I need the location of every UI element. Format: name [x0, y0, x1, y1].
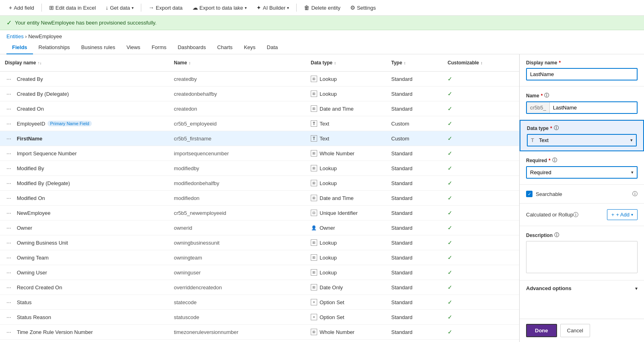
cell-data-type: ⊞ Lookup — [306, 176, 386, 190]
row-more-button[interactable]: ··· — [5, 313, 13, 321]
col-name[interactable]: Name ↕ — [169, 58, 306, 68]
table-row[interactable]: ··· Time Zone Rule Version Number timezo… — [0, 325, 519, 340]
cell-customizable: ✓ — [443, 116, 499, 131]
get-data-button[interactable]: ↓ Get data ▾ — [101, 2, 138, 13]
export-data-button[interactable]: → Export data — [144, 2, 187, 13]
table-row[interactable]: ··· Owning Business Unit owningbusinessu… — [0, 235, 519, 250]
ai-builder-button[interactable]: ✦ AI Builder ▾ — [252, 2, 293, 13]
row-more-button[interactable]: ··· — [5, 90, 13, 98]
row-more-button[interactable]: ··· — [5, 75, 13, 83]
cell-type: Standard — [386, 310, 443, 324]
row-more-button[interactable]: ··· — [5, 328, 13, 336]
data-type-chevron-icon: ▾ — [627, 138, 636, 143]
table-row[interactable]: ··· UTC Conversion Time Zone Code utccon… — [0, 340, 519, 342]
row-more-button[interactable]: ··· — [5, 164, 13, 172]
calc-label: Calculated or Rollup — [526, 212, 573, 218]
breadcrumb-entities-link[interactable]: Entities — [6, 33, 24, 39]
col-data-type[interactable]: Data type ↕ — [306, 58, 386, 68]
table-row[interactable]: ··· Modified On modifiedon ⊞ Date and Ti… — [0, 191, 519, 206]
cell-name: importsequencenumber — [169, 146, 306, 161]
cell-data-type: ⊞ Whole Number — [306, 146, 386, 161]
table-row[interactable]: ··· Import Sequence Number importsequenc… — [0, 146, 519, 161]
calc-info-icon[interactable]: ⓘ — [573, 211, 578, 218]
data-type-select[interactable]: Text Whole Number Date Only Date and Tim… — [537, 135, 627, 146]
table-row[interactable]: ··· Created By createdby ⊞ Lookup Standa… — [0, 72, 519, 87]
table-row[interactable]: ··· Status statecode ≡ Option Set Standa… — [0, 295, 519, 310]
tab-dashboards[interactable]: Dashboards — [172, 41, 211, 54]
name-input[interactable] — [550, 102, 637, 113]
check-icon: ✓ — [448, 165, 452, 171]
export-lake-button[interactable]: ☁ Export to data lake ▾ — [188, 2, 251, 13]
cell-data-type: 👤 Owner — [306, 220, 386, 235]
table-row[interactable]: ··· Modified By modifiedby ⊞ Lookup Stan… — [0, 161, 519, 176]
row-more-button[interactable]: ··· — [5, 239, 13, 247]
row-more-button[interactable]: ··· — [5, 253, 13, 262]
check-icon: ✓ — [448, 314, 452, 320]
data-type-info-icon[interactable]: ⓘ — [554, 125, 559, 132]
delete-entity-button[interactable]: 🗑 Delete entity — [300, 2, 344, 13]
row-more-button[interactable]: ··· — [5, 149, 13, 157]
display-name-input[interactable] — [526, 68, 638, 80]
sort-type-icon: ↕ — [404, 61, 406, 65]
edit-excel-button[interactable]: ⊞ Edit data in Excel — [45, 2, 100, 13]
sort-dt-icon: ↕ — [334, 61, 336, 65]
col-customizable[interactable]: Customizable ↕ — [443, 58, 499, 68]
add-calc-button[interactable]: + + Add ▾ — [607, 209, 638, 220]
table-row[interactable]: ··· Owning User owninguser ⊞ Lookup Stan… — [0, 265, 519, 280]
tab-forms[interactable]: Forms — [146, 41, 172, 54]
settings-button[interactable]: ⚙ Settings — [346, 2, 380, 13]
tab-relationships[interactable]: Relationships — [33, 41, 76, 54]
table-row[interactable]: ··· EmployeeID Primary Name Field cr5b5_… — [0, 116, 519, 131]
cancel-button[interactable]: Cancel — [560, 324, 590, 337]
col-type[interactable]: Type ↕ — [386, 58, 443, 68]
table-row[interactable]: ··· Created By (Delegate) createdonbehal… — [0, 87, 519, 101]
cell-data-type: ⊞ Date and Time — [306, 101, 386, 116]
row-more-button[interactable]: ··· — [5, 105, 13, 113]
table-row[interactable]: ··· Modified By (Delegate) modifiedonbeh… — [0, 176, 519, 191]
settings-icon: ⚙ — [350, 4, 355, 11]
advanced-options-row[interactable]: Advanced options ▾ — [520, 280, 644, 296]
tab-views[interactable]: Views — [121, 41, 146, 54]
cell-name: createdonbehalfby — [169, 87, 306, 101]
description-textarea[interactable] — [526, 241, 638, 273]
cell-type: Standard — [386, 191, 443, 205]
required-select[interactable]: Optional Business Recommended Required — [527, 167, 628, 178]
table-row[interactable]: ··· Status Reason statuscode ≡ Option Se… — [0, 310, 519, 325]
row-more-button[interactable]: ··· — [5, 268, 13, 276]
row-more-button[interactable]: ··· — [5, 283, 13, 291]
description-info-icon[interactable]: ⓘ — [554, 232, 559, 239]
searchable-info-icon[interactable]: ⓘ — [632, 190, 638, 198]
searchable-checkbox[interactable]: ✓ — [526, 191, 533, 197]
row-more-button[interactable]: ··· — [5, 119, 13, 128]
tab-data[interactable]: Data — [261, 41, 283, 54]
check-icon: ✓ — [448, 269, 452, 276]
table-row[interactable]: ··· Record Created On overriddencreatedo… — [0, 280, 519, 295]
required-info-icon[interactable]: ⓘ — [552, 157, 557, 164]
tab-keys[interactable]: Keys — [238, 41, 261, 54]
cell-data-type: ⊞ Whole Number — [306, 340, 386, 342]
cell-type: Standard — [386, 220, 443, 235]
cell-name: modifiedon — [169, 191, 306, 205]
row-more-button[interactable]: ··· — [5, 209, 13, 217]
name-info-icon[interactable]: ⓘ — [544, 92, 549, 99]
cell-data-type: ≡ Option Set — [306, 310, 386, 324]
done-button[interactable]: Done — [526, 324, 557, 337]
toolbar-separator-2 — [141, 4, 141, 12]
col-display-name[interactable]: Display name ↑↓ — [0, 58, 169, 68]
table-row[interactable]: ··· Owner ownerid 👤 Owner Standard ✓ — [0, 220, 519, 235]
cell-type: Standard — [386, 295, 443, 309]
tab-charts[interactable]: Charts — [212, 41, 238, 54]
row-more-button[interactable]: ··· — [5, 224, 13, 232]
sort-custom-icon: ↕ — [481, 61, 483, 65]
table-row[interactable]: ··· Created On createdon ⊞ Date and Time… — [0, 101, 519, 116]
table-row[interactable]: ··· NewEmployee cr5b5_newemployeeid ⊟ Un… — [0, 206, 519, 220]
add-field-button[interactable]: + Add field — [5, 2, 38, 13]
tab-business-rules[interactable]: Business rules — [76, 41, 121, 54]
row-more-button[interactable]: ··· — [5, 298, 13, 306]
row-more-button[interactable]: ··· — [5, 134, 13, 142]
row-more-button[interactable]: ··· — [5, 179, 13, 187]
table-row[interactable]: ··· Owning Team owningteam ⊞ Lookup Stan… — [0, 250, 519, 265]
table-row[interactable]: ··· FirstName cr5b5_firstname T Text Cus… — [0, 131, 519, 146]
row-more-button[interactable]: ··· — [5, 194, 13, 202]
tab-fields[interactable]: Fields — [6, 41, 33, 54]
